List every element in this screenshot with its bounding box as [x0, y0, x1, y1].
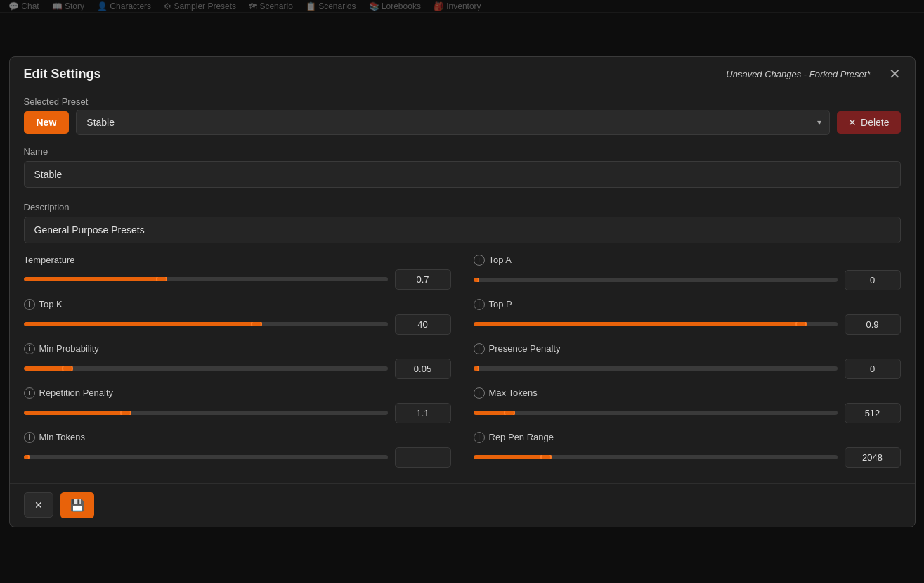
label-text-repetition_penalty: Repetition Penalty [39, 387, 114, 398]
slider-temperature[interactable] [24, 272, 388, 286]
modal-body: Name Description TemperatureiTop AiTop K… [10, 139, 915, 483]
settings-grid: TemperatureiTop AiTop KiTop PiMin Probab… [24, 255, 901, 476]
info-icon-top_k[interactable]: i [24, 299, 35, 310]
num-input-repetition_penalty[interactable] [395, 403, 451, 423]
slider-fill-top_p [474, 322, 801, 326]
slider-thumb-top_k[interactable] [251, 322, 262, 326]
setting-rep_pen_range: iRep Pen Range [474, 432, 901, 468]
slider-track-min_tokens [24, 455, 388, 459]
info-icon-top_p[interactable]: i [474, 299, 485, 310]
label-text-top_a: Top A [489, 255, 512, 265]
setting-row-min_probability [24, 359, 451, 379]
modal-header: Edit Settings Unsaved Changes - Forked P… [10, 57, 915, 89]
info-icon-repetition_penalty[interactable]: i [24, 387, 35, 399]
info-icon-top_a[interactable]: i [474, 255, 485, 266]
num-input-top_a[interactable] [845, 270, 901, 290]
delete-preset-button[interactable]: ✕ Delete [837, 111, 900, 134]
num-input-min_probability[interactable] [395, 359, 451, 379]
delete-label: Delete [861, 117, 889, 128]
description-label: Description [24, 202, 901, 212]
slider-max_tokens[interactable] [474, 406, 838, 420]
setting-repetition_penalty: iRepetition Penalty [24, 387, 451, 423]
modal-footer: ✕ 💾 [10, 483, 915, 527]
slider-thumb-rep_pen_range[interactable] [540, 455, 552, 459]
num-input-top_p[interactable] [845, 314, 901, 335]
setting-row-top_a [474, 270, 901, 290]
num-input-rep_pen_range[interactable] [845, 447, 901, 468]
setting-max_tokens: iMax Tokens [474, 387, 901, 423]
description-input[interactable] [24, 217, 901, 243]
setting-name-min_probability: iMin Probability [24, 343, 99, 354]
num-input-temperature[interactable] [395, 269, 451, 290]
label-text-top_p: Top P [489, 299, 512, 309]
setting-name-rep_pen_range: iRep Pen Range [474, 432, 554, 443]
slider-track-max_tokens [474, 411, 838, 415]
slider-thumb-min_tokens[interactable] [24, 455, 30, 459]
slider-min_probability[interactable] [24, 361, 388, 376]
info-icon-min_tokens[interactable]: i [24, 432, 35, 443]
slider-track-temperature [24, 277, 388, 281]
preset-select-wrapper: Stable ▾ [76, 110, 830, 135]
setting-name-temperature: Temperature [24, 255, 75, 265]
slider-track-top_p [474, 322, 838, 326]
info-icon-rep_pen_range[interactable]: i [474, 432, 485, 443]
new-preset-button[interactable]: New [24, 111, 70, 134]
preset-label: Selected Preset [24, 96, 901, 107]
slider-thumb-top_p[interactable] [795, 322, 807, 326]
setting-row-temperature [24, 269, 451, 290]
slider-fill-top_k [24, 322, 257, 326]
slider-top_p[interactable] [474, 317, 838, 331]
slider-track-repetition_penalty [24, 411, 388, 415]
unsaved-notice: Unsaved Changes - Forked Preset* [726, 69, 870, 79]
setting-header-max_tokens: iMax Tokens [474, 387, 901, 399]
setting-name-repetition_penalty: iRepetition Penalty [24, 387, 114, 399]
slider-thumb-top_a[interactable] [474, 278, 479, 282]
preset-select[interactable]: Stable [76, 110, 830, 135]
name-label: Name [24, 146, 901, 157]
label-text-top_k: Top K [39, 299, 63, 309]
slider-min_tokens[interactable] [24, 450, 388, 464]
modal-overlay: Edit Settings Unsaved Changes - Forked P… [0, 0, 924, 583]
slider-thumb-repetition_penalty[interactable] [120, 411, 131, 415]
setting-row-rep_pen_range [474, 447, 901, 468]
setting-name-presence_penalty: iPresence Penalty [474, 343, 561, 354]
info-icon-presence_penalty[interactable]: i [474, 343, 485, 354]
name-input[interactable] [24, 161, 901, 188]
slider-track-top_k [24, 322, 388, 326]
slider-repetition_penalty[interactable] [24, 406, 388, 420]
setting-name-min_tokens: iMin Tokens [24, 432, 86, 443]
slider-thumb-temperature[interactable] [156, 277, 167, 281]
delete-x-icon: ✕ [848, 117, 857, 128]
num-input-max_tokens[interactable] [845, 403, 901, 423]
setting-header-top_k: iTop K [24, 299, 451, 310]
setting-header-temperature: Temperature [24, 255, 451, 265]
slider-rep_pen_range[interactable] [474, 450, 838, 464]
cancel-icon: ✕ [34, 499, 43, 511]
setting-top_p: iTop P [474, 299, 901, 335]
info-icon-min_probability[interactable]: i [24, 343, 35, 354]
setting-presence_penalty: iPresence Penalty [474, 343, 901, 379]
slider-thumb-max_tokens[interactable] [504, 411, 515, 415]
slider-top_k[interactable] [24, 317, 388, 331]
preset-row: New Stable ▾ ✕ Delete [24, 110, 901, 135]
slider-thumb-min_probability[interactable] [62, 366, 73, 371]
cancel-button[interactable]: ✕ [24, 492, 53, 518]
save-icon: 💾 [70, 499, 84, 511]
save-button[interactable]: 💾 [60, 492, 94, 518]
setting-row-presence_penalty [474, 359, 901, 379]
slider-top_a[interactable] [474, 273, 838, 287]
label-text-min_tokens: Min Tokens [39, 432, 86, 442]
slider-presence_penalty[interactable] [474, 361, 838, 376]
setting-row-repetition_penalty [24, 403, 451, 423]
modal-close-button[interactable]: ✕ [889, 67, 901, 81]
setting-header-presence_penalty: iPresence Penalty [474, 343, 901, 354]
setting-header-min_probability: iMin Probability [24, 343, 451, 354]
setting-header-top_p: iTop P [474, 299, 901, 310]
num-input-presence_penalty[interactable] [845, 359, 901, 379]
info-icon-max_tokens[interactable]: i [474, 387, 485, 399]
setting-name-top_p: iTop P [474, 299, 512, 310]
label-text-max_tokens: Max Tokens [489, 387, 538, 398]
slider-thumb-presence_penalty[interactable] [474, 366, 479, 371]
num-input-top_k[interactable] [395, 314, 451, 335]
num-input-min_tokens[interactable] [395, 447, 451, 468]
